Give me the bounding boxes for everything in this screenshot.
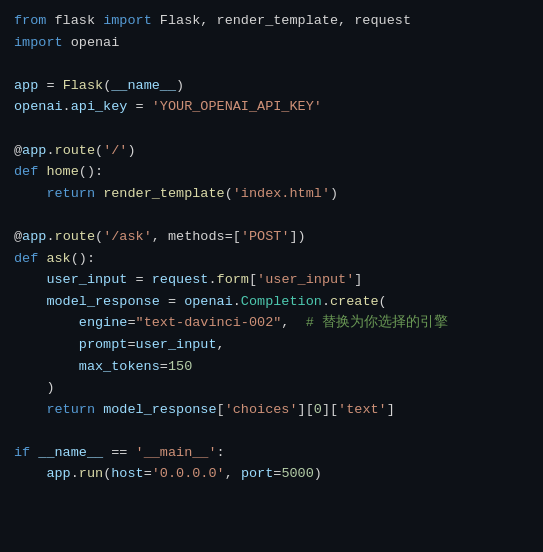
blank-line-3 <box>14 204 529 226</box>
code-line-11: model_response = openai.Completion.creat… <box>14 291 529 313</box>
code-line-2: import openai <box>14 32 529 54</box>
code-line-1: from flask import Flask, render_template… <box>14 10 529 32</box>
blank-line-1 <box>14 53 529 75</box>
code-line-3: app = Flask(__name__) <box>14 75 529 97</box>
code-line-14: max_tokens=150 <box>14 356 529 378</box>
blank-line-4 <box>14 420 529 442</box>
code-line-13: prompt=user_input, <box>14 334 529 356</box>
code-editor: from flask import Flask, render_template… <box>0 0 543 552</box>
code-line-15: ) <box>14 377 529 399</box>
code-line-18: app.run(host='0.0.0.0', port=5000) <box>14 463 529 485</box>
code-line-8: @app.route('/ask', methods=['POST']) <box>14 226 529 248</box>
code-line-10: user_input = request.form['user_input'] <box>14 269 529 291</box>
code-line-6: def home(): <box>14 161 529 183</box>
code-line-16: return model_response['choices'][0]['tex… <box>14 399 529 421</box>
code-line-7: return render_template('index.html') <box>14 183 529 205</box>
blank-line-2 <box>14 118 529 140</box>
code-line-5: @app.route('/') <box>14 140 529 162</box>
code-line-17: if __name__ == '__main__': <box>14 442 529 464</box>
code-line-4: openai.api_key = 'YOUR_OPENAI_API_KEY' <box>14 96 529 118</box>
code-line-12: engine="text-davinci-002", # 替换为你选择的引擎 <box>14 312 529 334</box>
code-line-9: def ask(): <box>14 248 529 270</box>
